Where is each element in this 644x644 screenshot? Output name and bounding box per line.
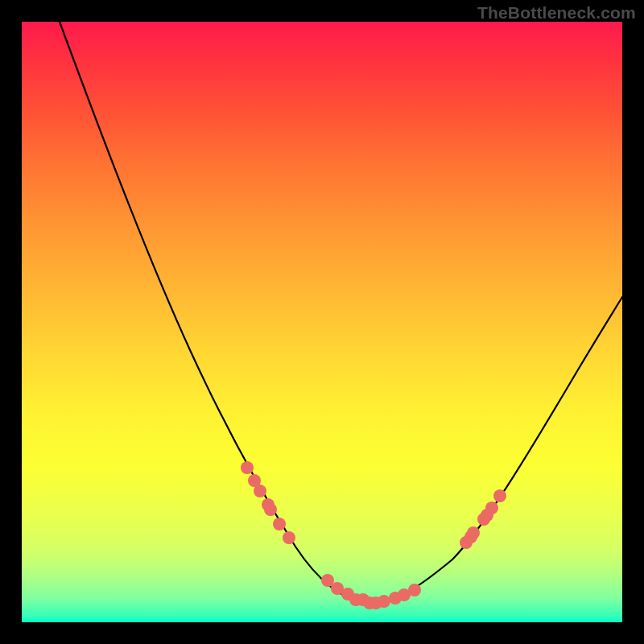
data-marker [254, 485, 266, 497]
data-marker [264, 503, 277, 516]
chart-svg [22, 22, 622, 622]
data-marker [273, 518, 286, 530]
curve-line [60, 22, 622, 603]
data-marker [485, 502, 498, 514]
watermark-text: TheBottleneck.com [477, 3, 636, 23]
data-marker [493, 489, 506, 502]
data-marker [408, 584, 421, 597]
data-marker [467, 526, 480, 539]
data-marker [378, 595, 390, 608]
marker-layer [241, 461, 506, 609]
data-marker [283, 531, 295, 544]
data-marker [241, 461, 254, 474]
